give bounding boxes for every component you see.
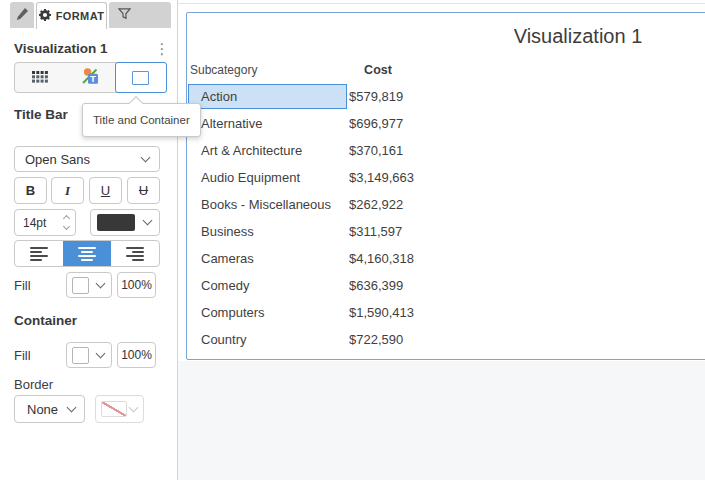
tab-edit[interactable] — [10, 2, 34, 28]
chevron-down-icon — [67, 402, 77, 412]
table-row[interactable]: Alternative $696,977 — [188, 110, 414, 137]
container-fill-label: Fill — [14, 348, 31, 363]
bold-button[interactable]: B — [14, 177, 47, 204]
cost-cell[interactable]: $370,161 — [347, 143, 403, 158]
container-fill-opacity-input[interactable]: 100% — [117, 342, 156, 368]
font-select[interactable]: Open Sans — [14, 146, 160, 172]
svg-text:T: T — [90, 73, 96, 84]
fill-color-swatch — [72, 277, 89, 294]
canvas-area: Visualization 1 Subcategory Cost Action … — [178, 0, 705, 480]
table-row[interactable]: Computers $1,590,413 — [188, 299, 414, 326]
align-line — [132, 251, 144, 253]
format-scope-group: T — [14, 62, 167, 93]
italic-button[interactable]: I — [51, 177, 84, 204]
table-row[interactable]: Comedy $636,399 — [188, 272, 414, 299]
subcategory-cell[interactable]: Art & Architecture — [188, 138, 347, 163]
tab-format[interactable]: FORMAT — [36, 2, 107, 29]
align-line — [78, 255, 96, 257]
panel-title: Visualization 1 — [14, 41, 108, 56]
canvas-top-divider — [178, 3, 705, 4]
subcategory-cell[interactable]: Business — [188, 219, 347, 244]
format-table-button[interactable] — [15, 63, 65, 92]
align-line — [30, 259, 42, 261]
font-color-swatch — [97, 214, 135, 231]
align-line — [30, 251, 42, 253]
table-row[interactable]: Books - Miscellaneous $262,922 — [188, 191, 414, 218]
funnel-icon — [118, 6, 131, 24]
cost-cell[interactable]: $722,590 — [347, 332, 403, 347]
subcategory-cell[interactable]: Books - Miscellaneous — [188, 192, 347, 217]
align-line — [81, 259, 93, 261]
cost-cell[interactable]: $1,590,413 — [347, 305, 414, 320]
container-fill-color-select[interactable] — [66, 342, 112, 368]
align-right-button[interactable] — [111, 241, 159, 266]
pencil-icon — [16, 6, 28, 24]
cost-cell[interactable]: $579,819 — [347, 89, 403, 104]
subcategory-cell[interactable]: Comedy — [188, 273, 347, 298]
subcategory-cell[interactable]: Alternative — [188, 111, 347, 136]
subcategory-cell[interactable]: Computers — [188, 300, 347, 325]
fill-color-swatch — [72, 347, 89, 364]
table-row[interactable]: Art & Architecture $370,161 — [188, 137, 414, 164]
subcategory-cell[interactable]: Action — [188, 84, 347, 109]
table-row[interactable]: Cameras $4,160,318 — [188, 245, 414, 272]
tooltip-text: Title and Container — [93, 114, 190, 126]
tab-filter[interactable] — [109, 2, 171, 28]
strikethrough-button[interactable]: U — [127, 177, 160, 204]
table-row[interactable]: Audio Equipment $3,149,663 — [188, 164, 414, 191]
cost-cell[interactable]: $3,149,663 — [347, 170, 414, 185]
font-color-select[interactable] — [90, 209, 160, 236]
align-right-icon — [126, 247, 144, 249]
underline-button[interactable]: U — [89, 177, 122, 204]
border-label: Border — [14, 377, 53, 392]
canvas-lower-background — [178, 361, 705, 480]
align-left-icon — [30, 247, 48, 249]
subcategory-cell[interactable]: Country — [188, 327, 347, 352]
align-line — [81, 251, 93, 253]
container-heading: Container — [14, 313, 77, 328]
column-header-cost[interactable]: Cost — [347, 63, 409, 77]
table-row[interactable]: Business $311,597 — [188, 218, 414, 245]
border-style-value: None — [27, 402, 58, 417]
align-left-button[interactable] — [15, 241, 63, 266]
titlebar-fill-color-select[interactable] — [66, 272, 112, 298]
text-align-group — [14, 240, 160, 267]
align-line — [126, 255, 144, 257]
subcategory-cell[interactable]: Audio Equipment — [188, 165, 347, 190]
format-text-button[interactable]: T — [65, 63, 115, 92]
align-center-icon — [78, 247, 96, 249]
cost-cell[interactable]: $262,922 — [347, 197, 403, 212]
cost-cell[interactable]: $4,160,318 — [347, 251, 414, 266]
chevron-down-icon — [141, 152, 151, 162]
format-title-container-button[interactable] — [115, 62, 167, 93]
gear-icon — [39, 9, 51, 23]
align-line — [30, 255, 48, 257]
cost-cell[interactable]: $696,977 — [347, 116, 403, 131]
title-container-icon — [132, 71, 149, 85]
title-bar-heading: Title Bar — [14, 107, 68, 122]
titlebar-fill-opacity-input[interactable]: 100% — [117, 272, 156, 298]
chevron-down-icon — [63, 223, 70, 230]
titlebar-fill-label: Fill — [14, 278, 31, 293]
align-center-button[interactable] — [63, 241, 111, 266]
font-size-stepper[interactable]: 14pt — [14, 209, 76, 236]
cost-cell[interactable]: $636,399 — [347, 278, 403, 293]
table-grid-icon — [32, 69, 48, 87]
align-line — [132, 259, 144, 261]
no-color-swatch — [101, 401, 127, 417]
border-color-select-disabled — [95, 395, 144, 423]
stepper-arrows[interactable] — [64, 210, 69, 235]
table-row[interactable]: Action $579,819 — [188, 83, 414, 110]
border-style-select[interactable]: None — [14, 395, 85, 423]
cost-cell[interactable]: $311,597 — [347, 224, 402, 239]
table-row[interactable]: Country $722,590 — [188, 326, 414, 353]
font-select-value: Open Sans — [25, 152, 90, 167]
chevron-down-icon — [129, 402, 139, 412]
format-sidebar: FORMAT Visualization 1 ⋮ — [0, 0, 178, 480]
table-header-row: Subcategory Cost — [188, 60, 409, 80]
text-format-icon: T — [82, 67, 99, 88]
visualization-container[interactable]: Visualization 1 Subcategory Cost Action … — [186, 12, 705, 360]
column-header-subcategory[interactable]: Subcategory — [188, 63, 347, 77]
kebab-menu-icon[interactable]: ⋮ — [152, 39, 172, 59]
subcategory-cell[interactable]: Cameras — [188, 246, 347, 271]
